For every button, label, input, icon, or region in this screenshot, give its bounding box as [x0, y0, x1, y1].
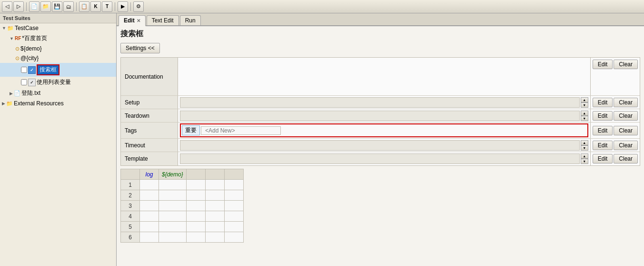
- documentation-clear-btn[interactable]: Clear: [614, 60, 638, 69]
- row2-cell3[interactable]: [186, 190, 205, 201]
- row4-cell4[interactable]: [205, 211, 224, 222]
- suite-icon: RF: [15, 36, 21, 41]
- timeout-spin-down[interactable]: ▼: [581, 145, 588, 151]
- row3-cell5[interactable]: [224, 201, 243, 211]
- col-log-header: log: [140, 169, 159, 180]
- tag-zhongyao[interactable]: 重要: [182, 125, 200, 135]
- table-row: 6: [121, 232, 244, 243]
- setup-input[interactable]: [180, 97, 580, 108]
- template-input[interactable]: [180, 153, 580, 164]
- setup-actions: Edit Clear: [590, 96, 640, 109]
- settings-button[interactable]: Settings <<: [120, 43, 160, 53]
- row2-cell5[interactable]: [224, 190, 243, 201]
- teardown-edit-btn[interactable]: Edit: [593, 111, 613, 121]
- tab-textedit[interactable]: Text Edit: [147, 15, 179, 25]
- tab-run[interactable]: Run: [180, 15, 201, 25]
- row4-cell2[interactable]: [159, 211, 187, 222]
- teardown-spin-down[interactable]: ▼: [581, 116, 588, 121]
- sidebar-item-testcase[interactable]: ▼ 📁 TestCase: [0, 23, 116, 33]
- row1-cell5[interactable]: [224, 180, 243, 190]
- tree-label-city: @{city}: [20, 55, 39, 61]
- row1-cell3[interactable]: [186, 180, 205, 190]
- sep1: [26, 2, 27, 11]
- row4-cell1[interactable]: [140, 211, 159, 222]
- sidebar-item-demo[interactable]: ⊙ ${demo}: [0, 44, 116, 53]
- sidebar-item-sousuokuang[interactable]: ✓ 搜索框: [0, 63, 116, 77]
- sidebar-item-city[interactable]: ⊙ @{city}: [0, 53, 116, 63]
- setup-edit-btn[interactable]: Edit: [593, 98, 613, 107]
- tags-edit-btn[interactable]: Edit: [593, 126, 613, 135]
- row1-cell2[interactable]: [159, 180, 187, 190]
- timeout-edit-btn[interactable]: Edit: [593, 141, 613, 150]
- row3-cell2[interactable]: [159, 201, 187, 211]
- row2-cell2[interactable]: [159, 190, 187, 201]
- template-clear-btn[interactable]: Clear: [614, 154, 638, 164]
- sidebar-item-external[interactable]: ▶ 📁 External Resources: [0, 99, 116, 108]
- teardown-clear-btn[interactable]: Clear: [614, 111, 638, 121]
- item-checkbox1[interactable]: [21, 67, 27, 73]
- timeout-input[interactable]: [180, 140, 580, 151]
- add-tag-input[interactable]: [201, 126, 281, 135]
- tab-edit-close[interactable]: ✕: [137, 18, 140, 23]
- back-btn[interactable]: ◁: [2, 1, 12, 12]
- t-btn[interactable]: T: [102, 1, 112, 12]
- save-btn[interactable]: 💾: [52, 1, 62, 12]
- template-actions: Edit Clear: [590, 152, 640, 165]
- row4-cell3[interactable]: [186, 211, 205, 222]
- teardown-row: Teardown ▲ ▼ Edit Clear: [121, 109, 640, 123]
- template-edit-btn[interactable]: Edit: [593, 154, 613, 164]
- row1-cell4[interactable]: [205, 180, 224, 190]
- setup-spin-down[interactable]: ▼: [581, 102, 588, 108]
- row5-cell4[interactable]: [205, 222, 224, 232]
- row3-cell1[interactable]: [140, 201, 159, 211]
- row4-cell5[interactable]: [224, 211, 243, 222]
- sidebar-item-baiduhome[interactable]: ▼ RF *百度首页: [0, 33, 116, 44]
- sidebar-item-login[interactable]: ▶ 📄 登陆.txt: [0, 88, 116, 99]
- sidebar-item-list[interactable]: ✓ 使用列表变量: [0, 77, 116, 88]
- row6-cell1[interactable]: [140, 232, 159, 243]
- row5-cell2[interactable]: [159, 222, 187, 232]
- documentation-input[interactable]: [180, 60, 588, 93]
- row2-cell4[interactable]: [205, 190, 224, 201]
- table-row: 1: [121, 180, 244, 190]
- row6-cell4[interactable]: [205, 232, 224, 243]
- row5-cell5[interactable]: [224, 222, 243, 232]
- template-spin-down[interactable]: ▼: [581, 159, 588, 164]
- tab-textedit-label: Text Edit: [152, 17, 174, 24]
- row6-cell5[interactable]: [224, 232, 243, 243]
- teardown-spin-up[interactable]: ▲: [581, 111, 588, 116]
- item-checkbox2[interactable]: [21, 79, 27, 85]
- run-btn[interactable]: ▶: [118, 1, 128, 12]
- row5-cell3[interactable]: [186, 222, 205, 232]
- save-all-btn[interactable]: 🗂: [63, 1, 74, 12]
- teardown-spinners: ▲ ▼: [581, 111, 588, 121]
- row3-num: 3: [121, 201, 140, 211]
- open-btn[interactable]: 📁: [40, 1, 51, 12]
- row6-cell3[interactable]: [186, 232, 205, 243]
- tags-row: Tags 重要 Edit Clear: [121, 123, 640, 139]
- row1-cell1[interactable]: [140, 180, 159, 190]
- setup-spin-up[interactable]: ▲: [581, 97, 588, 102]
- tab-edit[interactable]: Edit ✕: [119, 15, 146, 26]
- documentation-edit-btn[interactable]: Edit: [593, 60, 613, 69]
- forward-btn[interactable]: ▷: [13, 1, 24, 12]
- teardown-input[interactable]: [180, 111, 580, 121]
- timeout-row: Timeout ▲ ▼ Edit Clear: [121, 139, 640, 152]
- k-btn[interactable]: K: [90, 1, 101, 12]
- row6-cell2[interactable]: [159, 232, 187, 243]
- setup-clear-btn[interactable]: Clear: [614, 98, 638, 107]
- row3-cell3[interactable]: [186, 201, 205, 211]
- tags-clear-btn[interactable]: Clear: [614, 126, 638, 135]
- row3-cell4[interactable]: [205, 201, 224, 211]
- sep3: [115, 2, 115, 11]
- row2-cell1[interactable]: [140, 190, 159, 201]
- row5-cell1[interactable]: [140, 222, 159, 232]
- copy-btn[interactable]: 📋: [79, 1, 89, 12]
- settings-btn[interactable]: ⚙: [133, 1, 144, 12]
- template-label: Template: [121, 152, 178, 165]
- new-btn[interactable]: 📄: [29, 1, 40, 12]
- template-spin-up[interactable]: ▲: [581, 153, 588, 159]
- sidebar-header: Test Suites: [0, 13, 116, 23]
- timeout-spin-up[interactable]: ▲: [581, 140, 588, 145]
- timeout-clear-btn[interactable]: Clear: [614, 141, 638, 150]
